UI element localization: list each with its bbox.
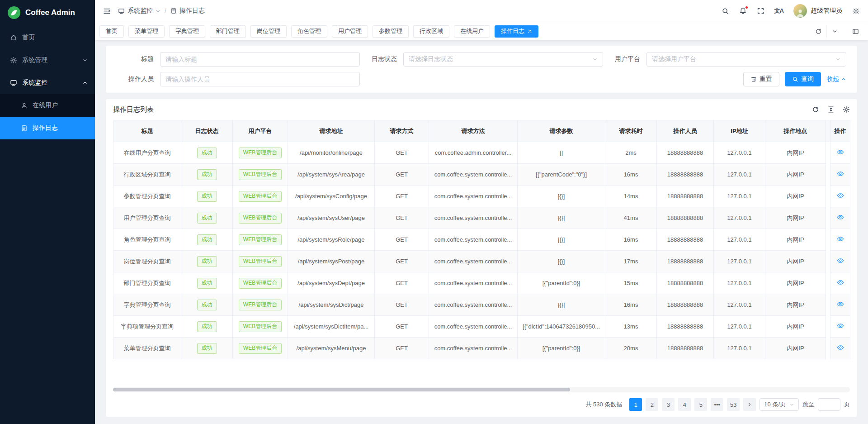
view-detail-button[interactable] (837, 192, 844, 199)
tab-item-3[interactable]: 部门管理 (210, 25, 246, 38)
view-detail-button[interactable] (837, 344, 844, 351)
page-size-select[interactable]: 10 条/页 (760, 398, 799, 411)
breadcrumb-item-system-monitor[interactable]: 系统监控 (118, 7, 160, 15)
translate-icon: 文A (774, 7, 783, 15)
sidebar-item-online-users[interactable]: 在线用户 (0, 94, 95, 117)
cell-status: 成功 (181, 207, 233, 229)
page-more-button[interactable]: ••• (711, 398, 723, 411)
notification-bell-button[interactable] (739, 7, 747, 15)
view-detail-button[interactable] (837, 322, 844, 329)
status-badge: 成功 (197, 148, 217, 158)
tab-item-5[interactable]: 角色管理 (291, 25, 327, 38)
title-filter-input[interactable] (160, 52, 360, 67)
breadcrumb-separator: / (165, 7, 166, 14)
tab-item-4[interactable]: 岗位管理 (250, 25, 287, 38)
cell-location: 内网IP (765, 164, 826, 186)
status-filter-select[interactable]: 请选择日志状态 (403, 52, 603, 67)
page-button-2[interactable]: 2 (646, 398, 658, 411)
view-detail-button[interactable] (837, 257, 844, 264)
chevron-up-icon (841, 76, 846, 82)
platform-filter-select[interactable]: 请选择用户平台 (646, 52, 846, 67)
eye-icon (837, 235, 844, 243)
cell-ip: 127.0.0.1 (714, 207, 765, 229)
view-detail-button[interactable] (837, 279, 844, 286)
platform-badge: WEB管理后台 (239, 256, 282, 267)
page-button-5[interactable]: 5 (694, 398, 707, 411)
tab-item-0[interactable]: 首页 (99, 25, 124, 38)
next-page-button[interactable] (743, 398, 756, 411)
view-detail-button[interactable] (837, 148, 844, 156)
tab-item-10[interactable]: 操作日志 (495, 25, 538, 38)
cell-platform: WEB管理后台 (233, 207, 288, 229)
horizontal-scrollbar (113, 387, 850, 392)
cell-request-method: GET (375, 186, 429, 207)
cell-action (830, 142, 850, 164)
collapse-filters-button[interactable]: 收起 (826, 75, 846, 83)
tab-bar: 首页 菜单管理 字典管理 部门管理 岗位管理 角色管理 用户管理 参数管理 行政… (95, 22, 868, 40)
view-detail-button[interactable] (837, 300, 844, 308)
status-badge: 成功 (197, 213, 217, 224)
cell-status: 成功 (181, 229, 233, 251)
log-table-body: 在线用户分页查询 成功 WEB管理后台 /api/monitor/online/… (113, 142, 850, 359)
cell-location: 内网IP (765, 142, 826, 164)
operator-filter-label: 操作人员 (117, 75, 160, 83)
tab-close-icon[interactable] (528, 29, 532, 33)
tab-item-1[interactable]: 菜单管理 (128, 25, 165, 38)
view-detail-button[interactable] (837, 214, 844, 221)
scrollbar-gutter (826, 316, 830, 338)
breadcrumb: 系统监控 / 操作日志 (118, 7, 205, 15)
cell-handler: com.coffee.system.controlle... (429, 186, 518, 207)
horizontal-scrollbar-thumb[interactable] (113, 388, 570, 391)
cell-request-url: /api/system/sysDict/page (288, 294, 375, 316)
page-button-3[interactable]: 3 (662, 398, 675, 411)
tab-item-9[interactable]: 在线用户 (454, 25, 490, 38)
scrollbar-gutter (826, 338, 830, 359)
global-search-button[interactable] (722, 7, 729, 15)
cell-handler: com.coffee.system.controlle... (429, 251, 518, 272)
sidebar-item-system-management[interactable]: 系统管理 (0, 49, 95, 71)
cell-handler: com.coffee.admin.controller... (429, 142, 518, 164)
page-jump-input[interactable] (818, 398, 840, 411)
cell-action (830, 251, 850, 272)
sidebar-collapse-button[interactable] (103, 7, 111, 15)
tabs-actions-dropdown-button[interactable] (826, 25, 843, 38)
cell-action (830, 272, 850, 294)
page-button-53[interactable]: 53 (727, 398, 740, 411)
operator-filter-input[interactable] (160, 72, 360, 86)
reset-button[interactable]: 重置 (743, 72, 779, 86)
username: 超级管理员 (811, 7, 842, 15)
table-refresh-button[interactable] (812, 106, 819, 113)
cell-location: 内网IP (765, 272, 826, 294)
tab-item-6[interactable]: 用户管理 (332, 25, 368, 38)
tab-item-8[interactable]: 行政区域 (413, 25, 449, 38)
user-menu[interactable]: 超级管理员 (793, 4, 842, 18)
monitor-icon (118, 8, 125, 14)
table-density-button[interactable] (827, 106, 835, 113)
cell-title: 岗位管理分页查询 (113, 251, 181, 272)
cell-location: 内网IP (765, 338, 826, 359)
cell-duration: 13ms (605, 316, 657, 338)
view-detail-button[interactable] (837, 235, 844, 243)
settings-button[interactable] (852, 7, 860, 15)
cell-request-method: GET (375, 142, 429, 164)
cell-operator: 18888888888 (657, 294, 714, 316)
table-settings-button[interactable] (843, 106, 850, 113)
search-button[interactable]: 查询 (785, 72, 821, 86)
tab-item-7[interactable]: 参数管理 (373, 25, 409, 38)
tab-item-2[interactable]: 字典管理 (169, 25, 205, 38)
layout-toggle-button[interactable] (847, 25, 863, 38)
cell-duration: 2ms (605, 142, 657, 164)
page-button-1[interactable]: 1 (629, 398, 642, 411)
eye-icon (837, 279, 844, 286)
fullscreen-button[interactable] (757, 7, 764, 15)
sidebar-item-operation-log[interactable]: 操作日志 (0, 117, 95, 139)
platform-badge: WEB管理后台 (239, 343, 282, 354)
view-detail-button[interactable] (837, 170, 844, 177)
sidebar-item-home[interactable]: 首页 (0, 26, 95, 49)
cell-action (830, 294, 850, 316)
column-header-7: 请求耗时 (605, 120, 657, 142)
language-switch-button[interactable]: 文A (774, 7, 783, 15)
page-button-4[interactable]: 4 (678, 398, 691, 411)
tabs-refresh-button[interactable] (810, 25, 826, 38)
sidebar-item-system-monitor[interactable]: 系统监控 (0, 71, 95, 94)
